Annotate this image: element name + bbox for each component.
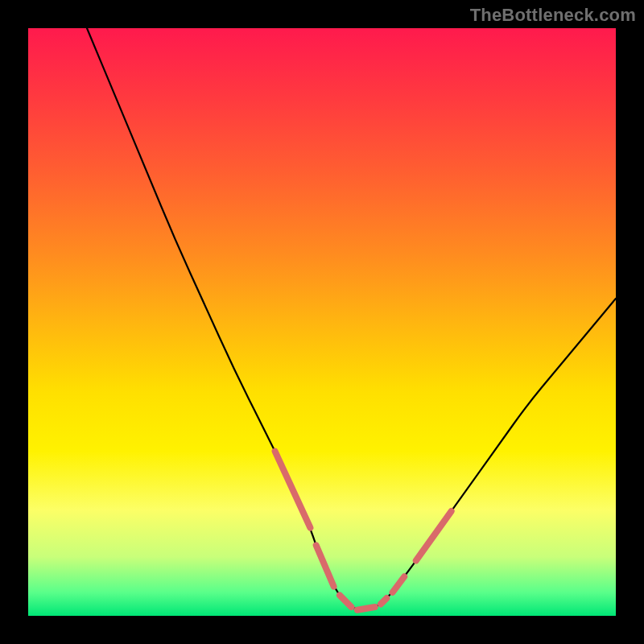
watermark-text: TheBottleneck.com [470, 5, 636, 26]
highlight-dash [316, 545, 334, 586]
chart-overlay [28, 28, 616, 616]
highlight-dash [357, 607, 375, 610]
highlight-dash [340, 595, 352, 607]
chart-frame: TheBottleneck.com [0, 0, 644, 644]
highlight-dash [275, 452, 311, 528]
highlight-dash [381, 598, 386, 604]
highlight-dash [393, 576, 405, 592]
bottleneck-curve [87, 28, 616, 610]
highlight-dash [416, 511, 452, 560]
highlight-dashes [275, 452, 452, 610]
